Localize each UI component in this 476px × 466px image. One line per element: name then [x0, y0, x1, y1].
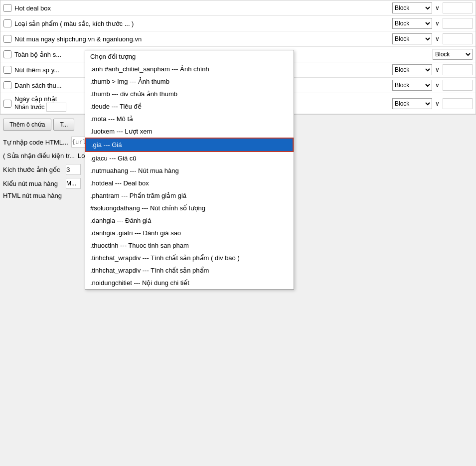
loai-sp-block-select[interactable]: Block: [392, 18, 432, 29]
hot-deal-block-select[interactable]: Block: [392, 2, 432, 13]
danh-sach-end-input[interactable]: [443, 80, 473, 91]
dropdown-item-gia[interactable]: .gia --- Giá: [85, 138, 294, 152]
ngay-cap-nhat-block-select[interactable]: Block: [392, 98, 432, 109]
nut-mua-block-select[interactable]: Block: [392, 33, 432, 44]
nhan-truoc-input[interactable]: [46, 103, 66, 112]
html-nut-label: HTML nút mua hàng: [3, 192, 63, 199]
kich-thuoc-label: Kích thước ảnh gốc: [3, 166, 63, 173]
dropdown-item-danhgia-giatri[interactable]: .danhgia .giatri --- Đánh giá sao: [85, 227, 294, 239]
dropdown-item-tinhchat1[interactable]: .tinhchat_wrapdiv --- Tính chất sản phẩm…: [85, 252, 294, 264]
ngay-cap-nhat-checkbox[interactable]: [3, 100, 11, 108]
kich-thuoc-input[interactable]: [66, 164, 81, 175]
danh-sach-block-select[interactable]: Block: [392, 80, 432, 91]
dropdown-item-noidungchitiet[interactable]: .noidungchitiet --- Nội dung chi tiết: [85, 277, 294, 289]
dropdown-item-tinhchat2[interactable]: .tinhchat_wrapdiv --- Tính chất sản phẩm: [85, 264, 294, 277]
hot-deal-checkbox[interactable]: [3, 4, 11, 12]
toan-bo-anh-checkbox[interactable]: [3, 50, 11, 58]
toan-bo-anh-block-select[interactable]: Block: [433, 49, 473, 60]
dropdown-item-mota[interactable]: .mota --- Mô tả: [85, 113, 294, 125]
kieu-nut-input[interactable]: [66, 178, 81, 189]
dropdown-item-thuoctinh[interactable]: .thuoctinh --- Thuoc tinh san pham: [85, 239, 294, 252]
dropdown-item-anh-chitiet[interactable]: .anh #anh_chitiet_sanpham --- Ảnh chính: [85, 63, 294, 75]
table-row: Nút mua ngay shipchung.vn & nganluong.vn…: [0, 31, 476, 47]
them-o-chua-button[interactable]: Thêm ô chứa: [3, 119, 51, 131]
dropdown-item-thumb-div[interactable]: .thumb --- div chứa ảnh thumb: [85, 88, 294, 100]
nut-mua-checkbox[interactable]: [3, 35, 11, 43]
loai-sp-label: Loại sản phẩm ( màu sắc, kích thước ... …: [14, 20, 389, 27]
loai-sp-end-input[interactable]: [443, 18, 473, 29]
dropdown-item-luotxem[interactable]: .luotxem --- Lượt xem: [85, 125, 294, 138]
second-button[interactable]: T...: [53, 119, 74, 131]
dropdown-item-phantram[interactable]: .phantram --- Phần trăm giảm giá: [85, 189, 294, 202]
dropdown-item-nutmuahang[interactable]: .nutmuahang --- Nút mua hàng: [85, 164, 294, 177]
condition-label: ( Sửa nhận điều kiện tr...: [3, 152, 75, 159]
main-container: Hot deal box Block ∨ Loại sản phẩm ( màu…: [0, 0, 476, 466]
dropdown-item-chon[interactable]: Chọn đối tượng: [85, 50, 294, 63]
dropdown-overlay: Chọn đối tượng .anh #anh_chitiet_sanpham…: [85, 50, 294, 290]
table-row: Hot deal box Block ∨: [0, 0, 476, 16]
nut-mua-end-input[interactable]: [443, 33, 473, 44]
danh-sach-checkbox[interactable]: [3, 81, 11, 89]
dropdown-item-thumb-img[interactable]: .thumb > img --- Ảnh thumb: [85, 75, 294, 88]
loai-sp-checkbox[interactable]: [3, 19, 11, 27]
nut-them-spy-end-input[interactable]: [443, 64, 473, 75]
hot-deal-label: Hot deal box: [14, 4, 389, 12]
table-row: Loại sản phẩm ( màu sắc, kích thước ... …: [0, 16, 476, 31]
dropdown-item-soluong[interactable]: #soluongdathang --- Nút chỉnh số lượng: [85, 202, 294, 214]
dropdown-item-giacu[interactable]: .giacu --- Giá cũ: [85, 152, 294, 164]
ngay-cap-nhat-end-input[interactable]: [443, 98, 473, 109]
html-code-label: Tự nhập code HTML...: [3, 139, 68, 146]
kieu-nut-label: Kiểu nút mua hàng: [3, 180, 63, 187]
dropdown-item-danhgia[interactable]: .danhgia --- Đánh giá: [85, 214, 294, 227]
dropdown-item-hotdeal[interactable]: .hotdeal --- Deal box: [85, 177, 294, 189]
hot-deal-end-input[interactable]: [443, 2, 473, 13]
nut-them-spy-checkbox[interactable]: [3, 66, 11, 74]
nut-them-spy-block-select[interactable]: Block: [392, 64, 432, 75]
nut-mua-label: Nút mua ngay shipchung.vn & nganluong.vn: [14, 35, 389, 43]
dropdown-item-tieude[interactable]: .tieude --- Tiêu đề: [85, 100, 294, 113]
